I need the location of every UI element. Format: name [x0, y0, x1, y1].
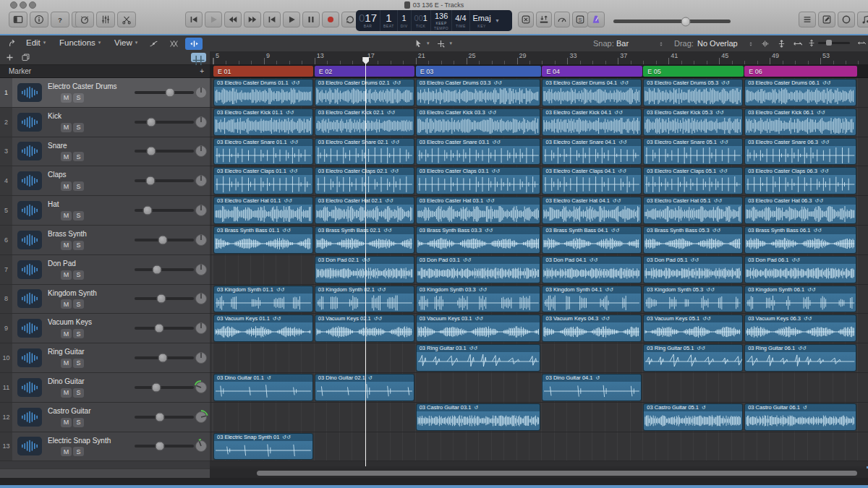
track-lane-8[interactable]: 03 Kingdom Synth 01.1↺↺03 Kingdom Synth …	[210, 285, 868, 314]
track-header-brass-synth[interactable]: 6 Brass SynthMS	[0, 226, 210, 255]
region[interactable]: 03 Electro Caster Kick 06.1↺↺	[744, 108, 856, 136]
mute-button[interactable]: M	[61, 93, 72, 103]
region[interactable]: 03 Brass Synth Bass 02.1↺↺	[315, 226, 414, 254]
marker-section-3[interactable]: E 03	[416, 66, 541, 77]
region[interactable]: 03 Electro Caster Kick 03.3↺↺	[416, 108, 541, 136]
editors-button[interactable]	[117, 12, 136, 27]
play-from-selection-button[interactable]	[205, 12, 222, 27]
region[interactable]: 03 Dino Guitar 02.1↺	[315, 374, 414, 401]
duplicate-track-button[interactable]	[19, 52, 32, 63]
pan-knob[interactable]	[194, 144, 208, 158]
region[interactable]: 03 Ring Guitar 03.1↺↺	[416, 344, 541, 372]
region[interactable]: 03 Brass Synth Bass 03.3↺↺	[416, 226, 541, 254]
volume-thumb[interactable]	[156, 412, 165, 421]
region[interactable]: 03 Electro Caster Kick 02.1↺↺	[315, 108, 414, 136]
region[interactable]: 03 Electro Caster Drums 04.1↺↺	[542, 79, 642, 106]
pan-knob[interactable]	[194, 262, 208, 277]
solo-button[interactable]: S	[73, 359, 84, 368]
pan-knob[interactable]	[194, 410, 208, 424]
region[interactable]: 03 Dino Guitar 04.1↺	[542, 374, 642, 401]
solo-button[interactable]: S	[73, 329, 84, 338]
track-header-electro-caster-drums[interactable]: 1 Electro Caster DrumsMS	[0, 78, 210, 108]
track-volume-slider[interactable]	[135, 416, 194, 419]
media-browser-button[interactable]	[857, 12, 868, 27]
volume-thumb[interactable]	[146, 117, 156, 127]
horizontal-zoom-button[interactable]	[790, 38, 804, 50]
region[interactable]: 03 Kingdom Synth 02.1↺↺	[315, 286, 414, 313]
track-lane-13[interactable]: 03 Electric Snap Synth 01↺↺	[210, 432, 868, 462]
region[interactable]: 03 Electro Caster Hat 01.1↺↺	[213, 197, 313, 224]
track-header-claps[interactable]: 4 ClapsMS	[0, 166, 210, 196]
pause-button[interactable]	[302, 12, 320, 27]
flex-crossfade-button[interactable]	[165, 38, 182, 50]
region[interactable]: 03 Vacuum Keys 03.1↺↺	[416, 314, 541, 342]
region[interactable]: 03 Don Pad 04.1↺↺	[542, 256, 642, 283]
region[interactable]: 03 Electro Caster Hat 04.1↺↺	[542, 197, 642, 224]
solo-mode-button[interactable]: S	[572, 12, 588, 27]
track-volume-slider[interactable]	[135, 445, 194, 448]
mute-button[interactable]: M	[61, 359, 72, 368]
solo-button[interactable]: S	[73, 123, 84, 132]
volume-thumb[interactable]	[153, 265, 162, 274]
forward-button[interactable]	[244, 12, 261, 27]
region[interactable]: 03 Ring Guitar 05.1↺↺	[643, 344, 743, 372]
track-lane-11[interactable]: 03 Dino Guitar 01.1↺03 Dino Guitar 02.1↺…	[210, 373, 868, 403]
solo-button[interactable]: S	[73, 181, 84, 191]
track-volume-slider[interactable]	[135, 297, 194, 300]
marker-lane[interactable]: E 01E 02E 03E 04E 05E 06	[210, 65, 868, 78]
pan-knob[interactable]	[194, 351, 208, 365]
region[interactable]: 03 Dino Guitar 01.1↺	[213, 374, 313, 401]
region[interactable]: 03 Electro Caster Snare 02.1↺↺	[315, 138, 414, 166]
punch-button[interactable]	[536, 12, 552, 27]
track-header-ring-guitar[interactable]: 10 Ring GuitarMS	[0, 343, 210, 373]
pan-knob[interactable]	[194, 380, 208, 395]
lcd-chevron[interactable]: ▾	[494, 10, 501, 31]
region[interactable]: 03 Kingdom Synth 03.3↺↺	[416, 286, 541, 313]
region[interactable]: 03 Electro Caster Drums 06.1↺↺	[744, 79, 856, 106]
record-button[interactable]	[322, 12, 339, 27]
rewind-button[interactable]	[224, 12, 242, 27]
region[interactable]: 03 Electro Caster Hat 05.1↺↺	[643, 197, 743, 224]
mute-button[interactable]: M	[61, 299, 72, 309]
vertical-zoom-button[interactable]	[774, 38, 788, 50]
pan-knob[interactable]	[194, 203, 208, 218]
region[interactable]: 03 Electro Caster Claps 03.1↺↺	[416, 167, 541, 194]
pan-knob[interactable]	[194, 233, 208, 247]
volume-thumb[interactable]	[155, 324, 164, 333]
region[interactable]: 03 Don Pad 06.1↺↺	[744, 256, 856, 283]
title-bar[interactable]: 03 136 E - Tracks	[0, 0, 868, 9]
mute-button[interactable]: M	[61, 123, 72, 132]
master-volume-slider[interactable]	[613, 20, 731, 23]
count-in-button[interactable]	[518, 12, 534, 27]
go-to-beginning-button[interactable]	[185, 12, 203, 27]
region[interactable]: 03 Electro Caster Drums 01.1↺↺	[213, 79, 313, 106]
track-name[interactable]: Vacuum Keys	[48, 318, 92, 326]
region[interactable]: 03 Don Pad 03.1↺↺	[416, 256, 541, 283]
back-button[interactable]	[3, 37, 20, 49]
mute-button[interactable]: M	[61, 329, 72, 338]
track-volume-slider[interactable]	[135, 121, 194, 124]
track-volume-slider[interactable]	[135, 268, 194, 271]
catch-playhead-button[interactable]	[185, 38, 203, 50]
track-lane-7[interactable]: 03 Don Pad 02.1↺↺03 Don Pad 03.1↺↺03 Don…	[210, 255, 868, 285]
lcd-position-beat[interactable]: 1BEAT	[380, 10, 397, 31]
pan-knob[interactable]	[194, 174, 208, 188]
region[interactable]: 03 Castro Guitar 06.1↺	[744, 403, 856, 431]
region[interactable]: 03 Kingdom Synth 05.3↺↺	[643, 286, 743, 313]
track-lane-3[interactable]: 03 Electro Caster Snare 01.1↺↺03 Electro…	[210, 137, 868, 167]
track-name[interactable]: Ring Guitar	[48, 348, 85, 356]
menu-view[interactable]: View▾	[114, 38, 137, 47]
region[interactable]: 03 Electro Caster Snare 03.1↺↺	[416, 138, 541, 166]
horizontal-scrollbar-thumb[interactable]	[257, 471, 857, 476]
track-lane-9[interactable]: 03 Vacuum Keys 01.1↺↺03 Vacuum Keys 02.1…	[210, 314, 868, 343]
region[interactable]: 03 Ring Guitar 06.1↺↺	[744, 344, 856, 372]
region[interactable]: 03 Brass Synth Bass 04.1↺↺	[542, 226, 642, 254]
track-volume-slider[interactable]	[135, 91, 194, 94]
pan-knob[interactable]	[194, 321, 208, 335]
snap-select[interactable]: Bar	[616, 39, 664, 48]
volume-thumb[interactable]	[166, 87, 175, 97]
track-header-grid-button[interactable]	[191, 53, 206, 62]
region[interactable]: 03 Electro Caster Drums 05.3↺↺	[643, 79, 743, 106]
track-volume-slider[interactable]	[135, 239, 194, 241]
track-name[interactable]: Dino Guitar	[48, 377, 85, 385]
